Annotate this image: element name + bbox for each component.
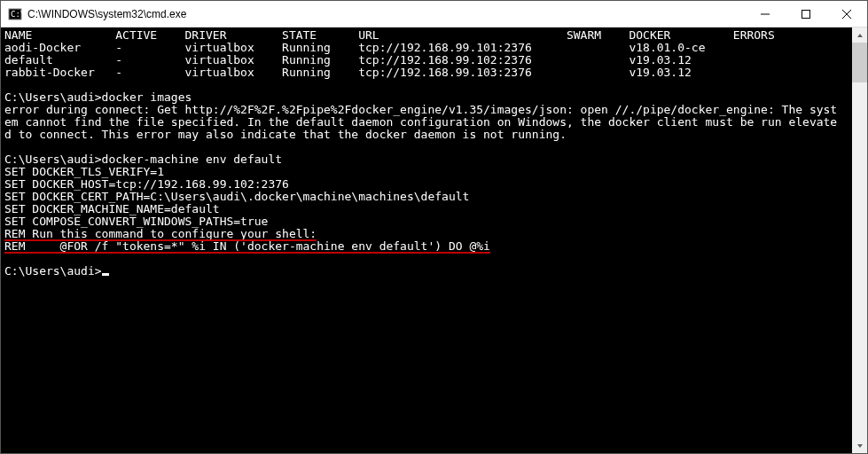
table-row: rabbit-Docker - virtualbox Running tcp:/…: [4, 67, 848, 79]
window-controls: [745, 1, 867, 27]
window-title: C:\WINDOWS\system32\cmd.exe: [27, 8, 745, 20]
env-line: SET DOCKER_MACHINE_NAME=default: [4, 203, 848, 215]
scrollbar[interactable]: [852, 27, 867, 453]
cmd-icon: C:\: [8, 7, 22, 21]
env-line: SET DOCKER_TLS_VERIFY=1: [4, 166, 848, 178]
scroll-up-button[interactable]: [852, 27, 867, 43]
prompt-line: C:\Users\audi>docker images: [4, 91, 848, 104]
maximize-button[interactable]: [786, 1, 826, 27]
rem-line: REM @FOR /f "tokens=*" %i IN ('docker-ma…: [4, 240, 848, 253]
prompt-line[interactable]: C:\Users\audi>: [4, 265, 848, 278]
svg-text:C:\: C:\: [11, 10, 22, 19]
terminal-output[interactable]: NAME ACTIVE DRIVER STATE URL SWARM DOCKE…: [1, 27, 852, 453]
scroll-down-button[interactable]: [852, 438, 867, 453]
cursor: [102, 273, 109, 276]
table-header: NAME ACTIVE DRIVER STATE URL SWARM DOCKE…: [4, 29, 848, 42]
table-row: aodi-Docker - virtualbox Running tcp://1…: [4, 42, 848, 54]
svg-marker-7: [857, 444, 863, 448]
titlebar: C:\ C:\WINDOWS\system32\cmd.exe: [1, 1, 867, 27]
env-line: SET DOCKER_CERT_PATH=C:\Users\audi\.dock…: [4, 191, 848, 203]
close-button[interactable]: [826, 1, 867, 27]
prompt-line: C:\Users\audi>docker-machine env default: [4, 153, 848, 166]
env-line: SET COMPOSE_CONVERT_WINDOWS_PATHS=true: [4, 215, 848, 228]
error-text: d to connect. This error may also indica…: [4, 129, 848, 141]
scroll-thumb[interactable]: [852, 43, 867, 82]
rem-line: REM Run this command to configure your s…: [4, 228, 848, 240]
svg-rect-3: [802, 10, 810, 18]
error-text: em cannot find the file specified. In th…: [4, 116, 848, 129]
table-row: default - virtualbox Running tcp://192.1…: [4, 54, 848, 67]
error-text: error during connect: Get http://%2F%2F.…: [4, 104, 848, 116]
svg-marker-6: [857, 34, 863, 37]
minimize-button[interactable]: [745, 1, 786, 27]
client-area: NAME ACTIVE DRIVER STATE URL SWARM DOCKE…: [1, 27, 867, 453]
scroll-track[interactable]: [852, 43, 867, 438]
env-line: SET DOCKER_HOST=tcp://192.168.99.102:237…: [4, 178, 848, 191]
